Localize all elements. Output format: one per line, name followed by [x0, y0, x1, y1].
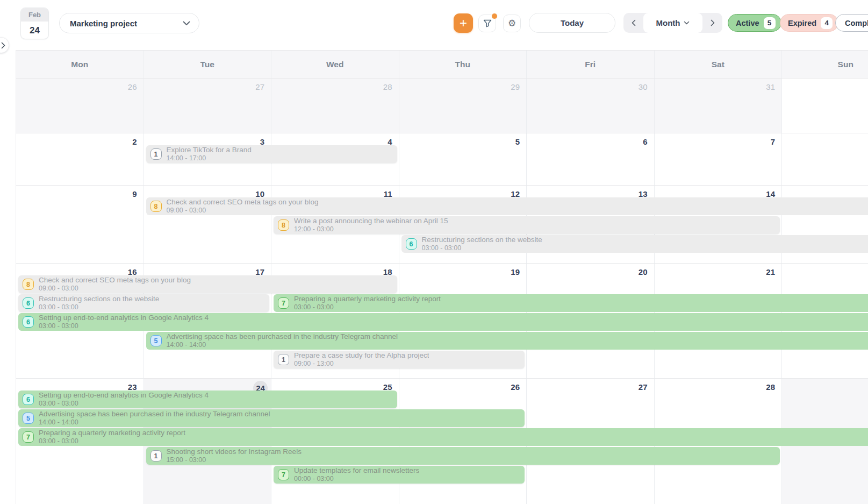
sidebar-expand-button[interactable] — [0, 37, 9, 53]
event-bar[interactable]: 6Setting up end-to-end analytics in Goog… — [18, 313, 868, 331]
event-title: Advertising space has been purchased in … — [39, 410, 270, 418]
event-title: Setting up end-to-end analytics in Googl… — [39, 314, 209, 322]
date-number: 29 — [511, 82, 520, 91]
day-cell[interactable]: 27 — [144, 79, 272, 133]
add-task-button[interactable]: + — [454, 13, 473, 33]
event-text: Explore TikTok for a Brand14:00 - 17:00 — [167, 146, 252, 162]
day-cell[interactable]: 29 — [399, 79, 527, 133]
date-number: 2 — [132, 137, 137, 146]
event-count-badge: 8 — [23, 279, 34, 290]
event-bar[interactable]: 7Preparing a quarterly marketing activit… — [274, 294, 868, 312]
week-row: 2627282930311 — [16, 79, 868, 133]
today-button[interactable]: Today — [529, 13, 615, 33]
event-count-badge: 5 — [150, 335, 162, 346]
filter-pill-expired[interactable]: Expired 4 — [780, 14, 838, 32]
event-bar[interactable]: 1Shooting short videos for Instagram Ree… — [146, 447, 780, 465]
event-count-badge: 1 — [278, 354, 289, 365]
event-title: Prepare a case study for the Alpha proje… — [294, 351, 429, 360]
filter-pill-label: Completed — [845, 19, 868, 27]
day-cell[interactable]: 2 — [16, 133, 144, 185]
event-time: 15:00 - 03:00 — [167, 456, 302, 464]
event-count-badge: 8 — [278, 219, 289, 231]
event-bar[interactable]: 5Advertising space has been purchased in… — [18, 409, 525, 427]
event-title: Check and correct SEO meta tags on your … — [39, 276, 191, 285]
project-selector-label: Marketing project — [70, 19, 137, 28]
filter-pill-label: Expired — [788, 19, 816, 27]
filter-pill-completed[interactable]: Completed — [835, 14, 868, 32]
event-bar[interactable]: 8Check and correct SEO meta tags on your… — [18, 275, 397, 293]
event-bar[interactable]: 8Write a post announcing the webinar on … — [274, 216, 780, 234]
date-number: 20 — [639, 267, 648, 276]
week-row: 2345678 — [16, 133, 868, 186]
day-cell[interactable]: 30 — [527, 79, 655, 133]
mini-date-day: 24 — [21, 22, 48, 39]
event-text: Advertising space has been purchased in … — [167, 332, 398, 349]
date-number: 27 — [639, 382, 648, 392]
funnel-icon — [483, 19, 492, 27]
event-bar[interactable]: 6Setting up end-to-end analytics in Goog… — [18, 391, 397, 408]
event-time: 09:00 - 03:00 — [39, 285, 191, 293]
mini-date-month: Feb — [21, 8, 48, 22]
day-header: Fri — [527, 51, 655, 78]
event-time: 03:00 - 03:00 — [294, 303, 441, 311]
day-cell[interactable]: 5 — [399, 133, 527, 185]
date-number: 28 — [383, 82, 392, 91]
filter-button[interactable] — [478, 15, 496, 32]
event-text: Restructuring sections on the website03:… — [422, 236, 542, 252]
chevron-left-icon — [632, 19, 636, 26]
event-title: Restructuring sections on the website — [39, 295, 159, 303]
event-title: Setting up end-to-end analytics in Googl… — [39, 391, 209, 400]
view-mode-label: Month — [656, 18, 680, 27]
event-title: Preparing a quarterly marketing activity… — [294, 295, 441, 303]
event-count-badge: 6 — [23, 297, 34, 309]
settings-button[interactable]: ⚙ — [503, 15, 521, 32]
day-cell[interactable]: 6 — [527, 133, 655, 185]
event-bar[interactable]: 5Advertising space has been purchased in… — [146, 332, 868, 350]
project-selector[interactable]: Marketing project — [59, 13, 199, 33]
view-mode-selector[interactable]: Month — [643, 13, 702, 33]
day-cell[interactable]: 7 — [655, 133, 783, 185]
event-bar[interactable]: 8Check and correct SEO meta tags on your… — [146, 197, 868, 215]
date-number: 26 — [128, 82, 137, 91]
date-number: 21 — [766, 267, 775, 276]
filter-pill-active[interactable]: Active 5 — [728, 14, 781, 32]
filter-pill-count: 5 — [764, 17, 776, 29]
event-bar[interactable]: 1Explore TikTok for a Brand14:00 - 17:00 — [146, 145, 397, 163]
event-title: Shooting short videos for Instagram Reel… — [167, 448, 302, 456]
event-count-badge: 1 — [150, 148, 162, 160]
chevron-right-icon — [711, 19, 715, 26]
event-text: Shooting short videos for Instagram Reel… — [167, 448, 302, 464]
event-title: Preparing a quarterly marketing activity… — [39, 429, 185, 437]
event-bar[interactable]: 6Restructuring sections on the website03… — [401, 235, 868, 253]
event-count-badge: 6 — [406, 238, 417, 250]
next-period-button[interactable] — [702, 13, 722, 33]
event-text: Preparing a quarterly marketing activity… — [294, 295, 441, 311]
day-cell[interactable]: 1 — [782, 79, 868, 133]
event-text: Update templates for email newsletters00… — [294, 466, 419, 483]
event-time: 03:00 - 03:00 — [39, 437, 185, 445]
event-text: Restructuring sections on the website03:… — [39, 295, 159, 311]
day-cell[interactable]: 8 — [782, 133, 868, 185]
event-bar[interactable]: 1Prepare a case study for the Alpha proj… — [274, 351, 525, 368]
day-header: Mon — [16, 51, 144, 78]
event-count-badge: 8 — [150, 201, 162, 212]
event-text: Prepare a case study for the Alpha proje… — [294, 351, 429, 368]
date-number: 30 — [639, 82, 648, 91]
event-count-badge: 6 — [23, 394, 34, 405]
day-cell[interactable]: 9 — [16, 186, 144, 263]
day-header: Tue — [144, 51, 272, 78]
date-number: 9 — [132, 189, 137, 198]
day-cell[interactable]: 31 — [655, 79, 783, 133]
event-bar[interactable]: 7Preparing a quarterly marketing activit… — [18, 428, 868, 446]
event-text: Setting up end-to-end analytics in Googl… — [39, 314, 209, 330]
event-count-badge: 5 — [23, 413, 34, 424]
prev-period-button[interactable] — [623, 13, 643, 33]
date-number: 26 — [511, 382, 520, 392]
event-bar[interactable]: 7Update templates for email newsletters0… — [274, 466, 525, 484]
day-cell[interactable]: 28 — [271, 79, 399, 133]
event-text: Check and correct SEO meta tags on your … — [167, 198, 319, 215]
event-count-badge: 7 — [278, 297, 289, 309]
event-bar[interactable]: 6Restructuring sections on the website03… — [18, 294, 269, 312]
day-cell[interactable]: 26 — [16, 79, 144, 133]
event-time: 03:00 - 03:00 — [422, 244, 542, 252]
